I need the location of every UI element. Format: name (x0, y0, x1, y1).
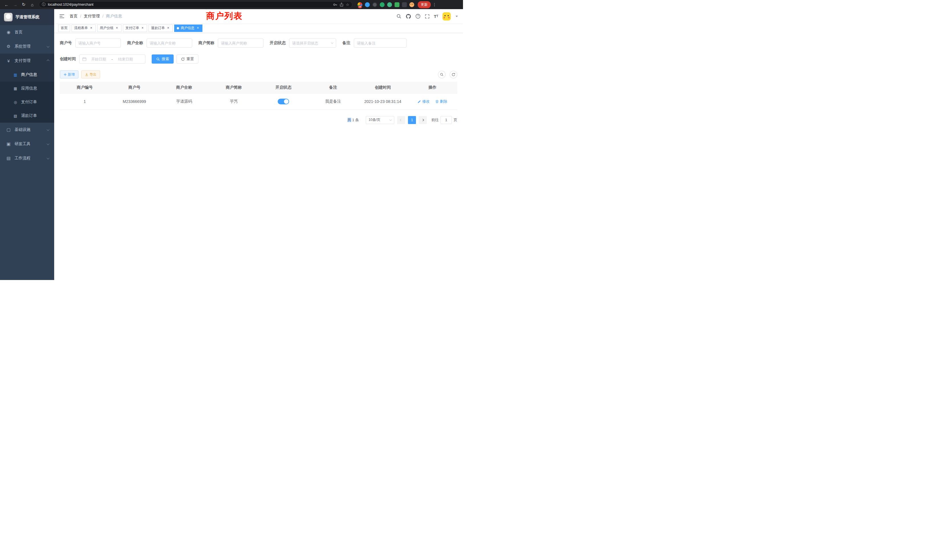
filter-merchant-no: 商户号 (60, 38, 121, 48)
next-page-button[interactable] (419, 116, 427, 124)
sidebar-item-system[interactable]: ⚙ 系统管理 (0, 39, 54, 54)
col-remark: 备注 (308, 82, 358, 93)
refresh-icon (181, 57, 185, 61)
sidebar-subitem-refund-order[interactable]: ▧ 退款订单 (0, 109, 54, 123)
tab-refund-order[interactable]: 退款订单 × (148, 24, 173, 32)
svg-text:?: ? (417, 15, 419, 18)
extension-dark-icon[interactable] (372, 2, 377, 7)
full-name-input[interactable] (150, 41, 189, 45)
workflow-icon: ▤ (6, 156, 11, 161)
app-window: 芋道管理系统 ◉ 首页 ⚙ 系统管理 ¥ 支付管理 ▥ 商户信息 (0, 9, 463, 280)
field-label: 备注 (342, 41, 350, 45)
breadcrumb-home[interactable]: 首页 (70, 14, 77, 19)
button-label: 重置 (186, 56, 194, 62)
sidebar-toggle-icon[interactable] (59, 14, 64, 18)
browser-reload-icon[interactable]: ↻ (20, 1, 27, 8)
page-size-select[interactable]: 10条/页 (366, 116, 394, 124)
extension-notes-icon[interactable] (395, 2, 399, 7)
url-text[interactable]: localhost:1024/pay/merchant (48, 3, 331, 6)
browser-update-button[interactable]: 更新 (418, 1, 431, 8)
sidebar-item-home[interactable]: ◉ 首页 (0, 25, 54, 39)
tab-home[interactable]: 首页 (58, 24, 70, 32)
close-icon[interactable]: × (166, 26, 170, 30)
reset-button[interactable]: 重置 (177, 54, 198, 64)
help-icon[interactable]: ? (415, 14, 421, 19)
delete-button[interactable]: 删除 (435, 99, 447, 104)
short-name-input[interactable] (221, 41, 260, 45)
bookmark-star-icon[interactable]: ☆ (346, 3, 349, 7)
refresh-table-icon[interactable] (449, 71, 457, 79)
sidebar-item-label: 研发工具 (15, 141, 47, 147)
annotation-title: 商户列表 (206, 10, 243, 22)
share-icon[interactable] (340, 3, 343, 6)
breadcrumb-separator: / (80, 14, 81, 18)
search-button[interactable]: 搜索 (152, 54, 174, 64)
close-icon[interactable]: × (89, 26, 93, 30)
sidebar-subitem-merchant-info[interactable]: ▥ 商户信息 (0, 68, 54, 82)
field-label: 商户简称 (198, 41, 214, 45)
font-size-icon[interactable]: TT (434, 14, 438, 18)
browser-forward-icon[interactable]: → (11, 1, 19, 8)
sidebar-item-devtools[interactable]: ▣ 研发工具 (0, 137, 54, 151)
search-icon[interactable] (396, 14, 401, 19)
browser-profile-avatar[interactable] (409, 2, 414, 7)
breadcrumb-payment[interactable]: 支付管理 (84, 14, 100, 19)
cell-short-name: 芋艿 (209, 93, 259, 109)
extension-badge: 10 (358, 5, 362, 8)
page-number-1[interactable]: 1 (408, 116, 416, 124)
status-select-input[interactable] (292, 41, 330, 45)
browser-extensions: 10 (357, 2, 414, 7)
avatar[interactable] (442, 12, 451, 21)
page-size-value: 10条/页 (369, 118, 380, 122)
close-icon[interactable]: × (196, 26, 200, 30)
tab-user-group[interactable]: 用户分组 × (97, 24, 121, 32)
fullscreen-icon[interactable] (425, 14, 430, 19)
prev-page-button[interactable] (397, 116, 405, 124)
status-toggle[interactable] (278, 98, 289, 104)
sidebar-item-payment[interactable]: ¥ 支付管理 (0, 54, 54, 68)
extension-droplet-icon[interactable] (365, 2, 370, 7)
end-date-input[interactable] (115, 57, 136, 61)
browser-home-icon[interactable]: ⌂ (29, 1, 36, 8)
date-range-picker[interactable]: - (79, 54, 145, 64)
merchant-no-input[interactable] (79, 41, 118, 45)
status-select[interactable] (289, 38, 336, 48)
sidebar-subitem-pay-order[interactable]: ◎ 支付订单 (0, 95, 54, 109)
extension-colorwheel-icon[interactable]: 10 (357, 2, 362, 7)
plus-icon (64, 73, 67, 76)
avatar-caret-icon[interactable] (455, 16, 458, 17)
close-icon[interactable]: × (115, 26, 119, 30)
github-icon[interactable] (406, 14, 411, 19)
start-date-input[interactable] (88, 57, 109, 61)
main-area: 首页 / 支付管理 / 商户信息 ? TT (54, 9, 463, 280)
sidebar-item-workflow[interactable]: ▤ 工作流程 (0, 151, 54, 165)
site-info-icon[interactable]: ⓘ (42, 2, 45, 7)
dashboard-icon: ◉ (6, 30, 11, 35)
extension-green-icon[interactable] (380, 2, 384, 7)
add-button[interactable]: 新增 (60, 70, 79, 79)
browser-back-icon[interactable]: ← (3, 1, 10, 8)
tab-process-form[interactable]: 流程表单 × (71, 24, 96, 32)
sidebar-item-label: 支付管理 (15, 58, 47, 63)
address-bar[interactable]: ⓘ localhost:1024/pay/merchant ☆ (39, 1, 353, 8)
extension-vue-devtools-icon[interactable] (387, 2, 392, 7)
cell-merchant-id: 1 (60, 93, 109, 109)
devtools-icon: ▣ (6, 141, 11, 147)
tab-pay-order[interactable]: 支付订单 × (123, 24, 147, 32)
goto-page-input[interactable] (440, 116, 452, 124)
sidebar-subitem-app-info[interactable]: ▦ 应用信息 (0, 82, 54, 95)
filter-status: 开启状态 (270, 38, 336, 48)
yen-icon: ¥ (6, 59, 11, 63)
remark-input[interactable] (357, 41, 403, 45)
close-icon[interactable]: × (141, 26, 145, 30)
toggle-search-icon[interactable] (438, 71, 446, 79)
extension-pin-icon[interactable] (402, 2, 407, 7)
password-key-icon[interactable] (333, 3, 337, 7)
browser-menu-icon[interactable]: ⋮ (432, 2, 437, 7)
app-logo[interactable]: 芋道管理系统 (0, 9, 54, 25)
tab-merchant-info[interactable]: 商户信息 × (174, 24, 203, 32)
export-button[interactable]: 导出 (81, 70, 100, 79)
breadcrumb-current: 商户信息 (106, 14, 122, 19)
edit-button[interactable]: 修改 (418, 99, 430, 104)
sidebar-item-infrastructure[interactable]: ▢ 基础设施 (0, 123, 54, 137)
